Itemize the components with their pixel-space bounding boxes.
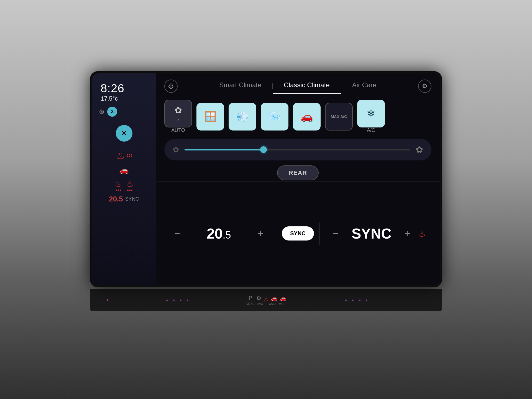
tab-air-care[interactable]: Air Care bbox=[341, 78, 388, 94]
seat-heat-top: ♨ bbox=[116, 150, 132, 162]
screen-inner: 8:26 17.5°c ⊛ 3 ✕ ♨ bbox=[92, 73, 440, 285]
left-temp-decimal: .5 bbox=[223, 229, 231, 241]
seat-heat-right: ♨ bbox=[126, 179, 134, 191]
vent-dot-3 bbox=[180, 300, 181, 301]
left-temp-integer: 20 bbox=[207, 226, 223, 242]
time-value: 8:26 bbox=[101, 82, 153, 95]
auto-arrow-icon: › bbox=[177, 117, 179, 122]
sidebar-temp: 20.5 bbox=[109, 195, 123, 203]
snowflake-icon: ❄ bbox=[367, 108, 375, 120]
menu-label: MENU bbox=[246, 302, 254, 305]
fan-badge-row: ⊛ 3 bbox=[95, 107, 153, 117]
hw-clima-button[interactable]: ⚙ CLIMA bbox=[255, 295, 263, 306]
mode-label: MODE bbox=[279, 303, 287, 306]
menu-icon: P bbox=[249, 295, 252, 301]
vent-dot-2 bbox=[173, 300, 175, 301]
ac-control-col: ❄ A/C bbox=[357, 100, 385, 133]
hw-menu-button[interactable]: P MENU bbox=[246, 295, 254, 305]
tabs-container: Smart Climate Classic Climate Air Care bbox=[178, 78, 418, 94]
temp-controls: − 20.5 + SYNC − SYNC bbox=[156, 181, 440, 285]
ambient-temp: 17.5°c bbox=[101, 95, 153, 102]
lower-vent-button[interactable]: 🌬️ bbox=[261, 103, 288, 131]
recirculate-button[interactable]: 🚗 bbox=[293, 103, 321, 131]
tab-classic-climate[interactable]: Classic Climate bbox=[273, 78, 341, 94]
nav-bar: ⏻ Smart Climate Classic Climate Air Care… bbox=[156, 73, 440, 94]
recirculate-icon: 🚗 bbox=[301, 111, 313, 122]
windshield-defrost-button[interactable]: 🪟 bbox=[196, 103, 224, 131]
fan-low-icon: ✿ bbox=[173, 145, 179, 154]
assist-icon: 🚗 bbox=[271, 295, 278, 301]
clima-icon: ⚙ bbox=[256, 295, 261, 301]
left-temp-control: − 20.5 + bbox=[162, 225, 276, 242]
power-button[interactable]: ⏻ bbox=[164, 80, 178, 93]
vent-dot-1 bbox=[166, 300, 168, 301]
right-temp-minus[interactable]: − bbox=[328, 225, 343, 242]
left-temp-value: 20.5 bbox=[185, 225, 253, 242]
lower-vent-icon: 🌬️ bbox=[268, 111, 281, 122]
seat-heat-pair: ♨ ♨ bbox=[115, 179, 134, 191]
main-content: ⏻ Smart Climate Classic Climate Air Care… bbox=[156, 73, 440, 285]
vent-dot-r4 bbox=[366, 300, 367, 301]
sync-button[interactable]: SYNC bbox=[282, 226, 314, 241]
assist-label: ASSIST bbox=[269, 303, 279, 306]
car-dashboard: 8:26 17.5°c ⊛ 3 ✕ ♨ bbox=[0, 0, 532, 399]
seat-dots-top bbox=[127, 154, 132, 157]
close-button[interactable]: ✕ bbox=[116, 125, 132, 142]
rear-section: REAR bbox=[156, 163, 440, 181]
vent-dot-r3 bbox=[359, 300, 360, 301]
seat-heat-right-btn[interactable]: ♨ bbox=[418, 228, 426, 239]
clima-label: CLIMA bbox=[255, 303, 263, 306]
controls-row: ✿ › AUTO 🪟 💨 🌬️ bbox=[156, 94, 440, 136]
left-temp-minus[interactable]: − bbox=[170, 225, 185, 242]
vent-dot-4 bbox=[187, 300, 188, 301]
seat-heat-right-icon: ♨ bbox=[126, 179, 134, 189]
slider-wrapper: ✿ ✿ bbox=[164, 139, 431, 160]
tab-smart-climate[interactable]: Smart Climate bbox=[208, 78, 272, 94]
rear-button[interactable]: REAR bbox=[277, 165, 319, 180]
auto-button[interactable]: ✿ › bbox=[164, 100, 192, 127]
fan-auto-icon: ✿ bbox=[175, 105, 182, 116]
auto-label: AUTO bbox=[171, 127, 185, 133]
fan-level-badge: 3 bbox=[107, 107, 117, 117]
mode-icon: 🚗 bbox=[280, 295, 287, 301]
upper-vent-icon: 💨 bbox=[236, 111, 249, 122]
hw-hazard-button[interactable]: ⚠ bbox=[263, 296, 269, 304]
right-vent-dots bbox=[287, 300, 425, 301]
bottom-temp-row: 20.5 SYNC bbox=[109, 195, 139, 203]
car-outline-icon: 🚗 bbox=[119, 165, 129, 175]
max-ac-button[interactable]: MAX A/C bbox=[325, 103, 353, 131]
settings-button[interactable]: ⚙ bbox=[418, 80, 431, 93]
right-temp-plus[interactable]: + bbox=[400, 225, 415, 242]
auto-control-col: ✿ › AUTO bbox=[164, 100, 192, 133]
hw-assist-button[interactable]: 🚗 ASSIST bbox=[269, 295, 279, 306]
hazard-icon: ⚠ bbox=[263, 296, 269, 304]
vent-dot-r1 bbox=[345, 300, 347, 301]
fan-speed-slider[interactable] bbox=[185, 149, 410, 150]
fan-high-icon: ✿ bbox=[416, 144, 423, 155]
right-sync-label: SYNC bbox=[343, 225, 400, 242]
sidebar-icons: ♨ 🚗 ♨ ♨ bbox=[109, 150, 139, 280]
sidebar: 8:26 17.5°c ⊛ 3 ✕ ♨ bbox=[92, 73, 156, 285]
seat-heat-left: ♨ bbox=[115, 179, 122, 191]
left-temp-plus[interactable]: + bbox=[253, 225, 268, 242]
fan-small-icon: ⊛ bbox=[99, 108, 104, 116]
seat-heat-icon-top: ♨ bbox=[116, 150, 125, 162]
sync-center: SYNC bbox=[276, 226, 319, 241]
windshield-icon: 🪟 bbox=[204, 111, 217, 122]
ac-button[interactable]: ❄ bbox=[357, 100, 385, 127]
ac-label: A/C bbox=[367, 127, 375, 133]
slider-fill bbox=[185, 149, 264, 150]
slider-thumb[interactable] bbox=[260, 146, 267, 153]
max-ac-label: MAX A/C bbox=[331, 114, 347, 119]
sidebar-sync: SYNC bbox=[125, 196, 139, 202]
seat-heat-left-icon: ♨ bbox=[115, 179, 122, 189]
hw-mode-button[interactable]: 🚗 MODE bbox=[279, 295, 287, 306]
time-display: 8:26 17.5°c bbox=[95, 82, 153, 102]
vent-dots bbox=[108, 300, 246, 301]
screen-bezel: 8:26 17.5°c ⊛ 3 ✕ ♨ bbox=[90, 71, 442, 287]
hw-controls: P MENU ⚙ CLIMA ⚠ 🚗 ASSIST 🚗 MODE bbox=[90, 289, 442, 311]
upper-vent-button[interactable]: 💨 bbox=[229, 103, 256, 131]
vent-dot-r2 bbox=[352, 300, 354, 301]
fan-slider-row: ✿ ✿ bbox=[156, 136, 440, 163]
right-temp-control: − SYNC + ♨ bbox=[320, 225, 434, 242]
